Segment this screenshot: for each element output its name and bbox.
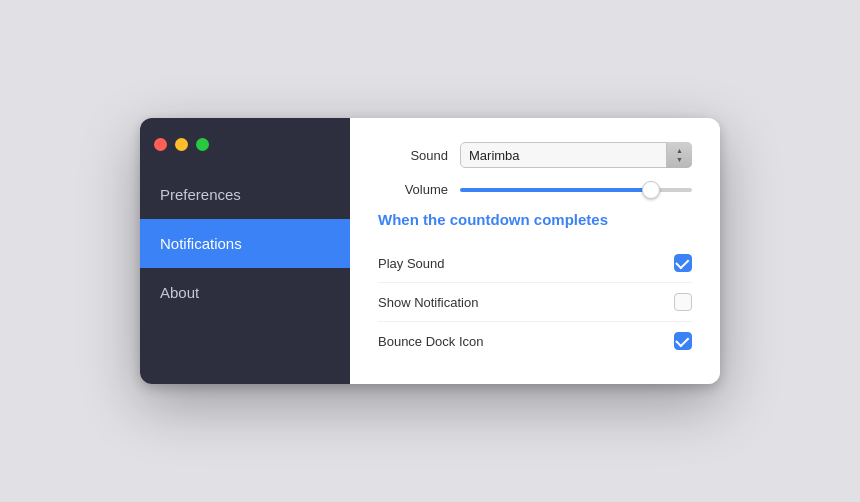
sound-label: Sound [378,148,448,163]
sound-select[interactable]: Marimba Glass Ping Pop Purr Sosumi Tink [460,142,692,168]
volume-field-row: Volume [378,182,692,197]
volume-slider[interactable] [460,188,692,192]
sidebar: Preferences Notifications About [140,118,350,384]
minimize-button[interactable] [175,138,188,151]
section-title: When the countdown completes [378,211,692,228]
main-content: Sound Marimba Glass Ping Pop Purr Sosumi… [350,118,720,384]
sidebar-item-about[interactable]: About [140,268,350,317]
bounce-dock-icon-checkbox[interactable] [674,332,692,350]
titlebar [140,118,350,170]
play-sound-checkbox[interactable] [674,254,692,272]
app-window: Preferences Notifications About Sound Ma… [140,118,720,384]
sound-field-row: Sound Marimba Glass Ping Pop Purr Sosumi… [378,142,692,168]
sidebar-item-preferences[interactable]: Preferences [140,170,350,219]
volume-label: Volume [378,182,448,197]
close-button[interactable] [154,138,167,151]
maximize-button[interactable] [196,138,209,151]
sidebar-item-notifications[interactable]: Notifications [140,219,350,268]
show-notification-label: Show Notification [378,295,478,310]
option-row-show-notification: Show Notification [378,283,692,322]
sound-select-wrapper: Marimba Glass Ping Pop Purr Sosumi Tink [460,142,692,168]
bounce-dock-icon-label: Bounce Dock Icon [378,334,484,349]
show-notification-checkbox[interactable] [674,293,692,311]
option-row-play-sound: Play Sound [378,244,692,283]
option-row-bounce-dock-icon: Bounce Dock Icon [378,322,692,360]
play-sound-label: Play Sound [378,256,445,271]
